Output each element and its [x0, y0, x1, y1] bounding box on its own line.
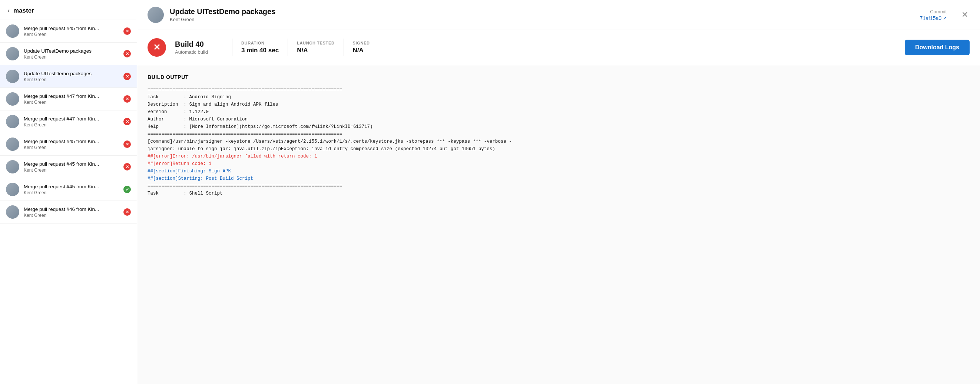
- avatar: [6, 115, 19, 128]
- output-line: Description : Sign and align Android APK…: [148, 102, 278, 107]
- main-panel: Update UITestDemo packages Kent Green Co…: [137, 0, 980, 384]
- sidebar-item-author: Kent Green: [24, 54, 119, 60]
- duration-value: 3 min 40 sec: [241, 47, 279, 54]
- build-fail-icon: ✕: [148, 38, 166, 57]
- avatar: [6, 206, 19, 219]
- sidebar-item-title: Update UITestDemo packages: [24, 71, 119, 76]
- sidebar-item-author: Kent Green: [24, 167, 119, 173]
- output-line: Version : 1.122.0: [148, 109, 209, 115]
- signed-label: SIGNED: [353, 41, 390, 45]
- signed-value: N/A: [353, 47, 390, 54]
- sidebar-item-title: Merge pull request #47 from Kin...: [24, 93, 119, 99]
- sidebar-item-title: Merge pull request #45 from Kin...: [24, 161, 119, 167]
- duration-stat: DURATION 3 min 40 sec: [241, 41, 279, 54]
- sidebar-item-author: Kent Green: [24, 122, 119, 127]
- sidebar-title: master: [13, 7, 34, 14]
- sidebar-item[interactable]: Merge pull request #46 from Kin...Kent G…: [0, 201, 137, 223]
- status-icon: ✕: [123, 95, 131, 103]
- output-line: Help : [More Information](https://go.mic…: [148, 124, 373, 129]
- sidebar-item[interactable]: Merge pull request #47 from Kin...Kent G…: [0, 88, 137, 110]
- back-button[interactable]: ‹: [7, 7, 10, 14]
- sidebar-item[interactable]: Merge pull request #45 from Kin...Kent G…: [0, 133, 137, 156]
- sidebar-item[interactable]: Merge pull request #45 from Kin...Kent G…: [0, 156, 137, 178]
- close-button[interactable]: ✕: [960, 10, 970, 20]
- sidebar-item[interactable]: Update UITestDemo packagesKent Green✕: [0, 65, 137, 88]
- sidebar-item[interactable]: Merge pull request #45 from Kin...Kent G…: [0, 20, 137, 43]
- output-line: ##[error]Error: /usr/bin/jarsigner faile…: [148, 154, 317, 159]
- avatar: [6, 160, 19, 174]
- output-line: Task : Android Signing: [148, 94, 231, 100]
- sidebar-item-author: Kent Green: [24, 77, 119, 82]
- commit-label: Commit: [920, 9, 947, 14]
- avatar: [148, 7, 164, 23]
- status-icon: ✕: [123, 208, 131, 216]
- status-icon: ✕: [123, 140, 131, 148]
- output-line: Author : Microsoft Corporation: [148, 117, 248, 122]
- launch-tested-stat: LAUNCH TESTED N/A: [297, 41, 334, 54]
- status-icon: ✕: [123, 27, 131, 35]
- commit-id[interactable]: 71af15a0 ↗: [920, 15, 947, 21]
- sidebar-item-author: Kent Green: [24, 190, 119, 195]
- sidebar-item-title: Merge pull request #46 from Kin...: [24, 206, 119, 212]
- status-icon: ✕: [123, 118, 131, 125]
- output-line: ========================================…: [148, 87, 342, 92]
- sidebar-item[interactable]: Update UITestDemo packagesKent Green✕: [0, 43, 137, 65]
- sidebar-item[interactable]: Merge pull request #45 from Kin...Kent G…: [0, 178, 137, 201]
- sidebar: ‹ master Merge pull request #45 from Kin…: [0, 0, 137, 384]
- output-line: jarsigner: unable to sign jar: java.util…: [148, 147, 495, 151]
- build-name: Build 40: [175, 40, 223, 49]
- sidebar-item-author: Kent Green: [24, 145, 119, 150]
- divider-3: [344, 38, 344, 56]
- sidebar-item-title: Merge pull request #45 from Kin...: [24, 25, 119, 31]
- sidebar-header[interactable]: ‹ master: [0, 0, 137, 20]
- output-line: [command]/usr/bin/jarsigner -keystore /U…: [148, 139, 512, 144]
- sidebar-item[interactable]: Merge pull request #47 from Kin...Kent G…: [0, 110, 137, 133]
- detail-author: Kent Green: [170, 17, 914, 22]
- sidebar-item-title: Merge pull request #45 from Kin...: [24, 184, 119, 190]
- output-line: ========================================…: [148, 132, 342, 137]
- launch-tested-label: LAUNCH TESTED: [297, 41, 334, 45]
- sidebar-item-author: Kent Green: [24, 100, 119, 105]
- build-bar: ✕ Build 40 Automatic build DURATION 3 mi…: [137, 30, 980, 65]
- status-icon: ✓: [123, 186, 131, 193]
- status-icon: ✕: [123, 73, 131, 80]
- build-output-title: BUILD OUTPUT: [148, 74, 970, 80]
- avatar: [6, 70, 19, 83]
- commit-info: Commit 71af15a0 ↗: [920, 9, 947, 21]
- duration-label: DURATION: [241, 41, 279, 45]
- sidebar-item-title: Update UITestDemo packages: [24, 48, 119, 54]
- detail-header-text: Update UITestDemo packages Kent Green: [170, 7, 914, 22]
- status-icon: ✕: [123, 50, 131, 57]
- launch-tested-value: N/A: [297, 47, 334, 54]
- avatar: [6, 183, 19, 196]
- sidebar-item-title: Merge pull request #47 from Kin...: [24, 116, 119, 121]
- output-line: ##[section]Finishing: Sign APK: [148, 169, 231, 174]
- divider-1: [232, 38, 232, 56]
- status-icon: ✕: [123, 163, 131, 170]
- build-name-col: Build 40 Automatic build: [175, 40, 223, 55]
- sidebar-item-title: Merge pull request #45 from Kin...: [24, 139, 119, 144]
- detail-header: Update UITestDemo packages Kent Green Co…: [137, 0, 980, 30]
- build-sub: Automatic build: [175, 49, 223, 55]
- signed-stat: SIGNED N/A: [353, 41, 390, 54]
- fail-x-icon: ✕: [153, 43, 161, 52]
- avatar: [6, 92, 19, 106]
- avatar: [6, 47, 19, 61]
- output-line: ##[error]Return code: 1: [148, 161, 212, 166]
- output-line: ========================================…: [148, 183, 342, 189]
- sidebar-item-author: Kent Green: [24, 32, 119, 37]
- avatar: [6, 137, 19, 151]
- download-logs-button[interactable]: Download Logs: [905, 40, 970, 55]
- avatar: [6, 24, 19, 38]
- output-line: Task : Shell Script: [148, 191, 223, 196]
- sidebar-item-author: Kent Green: [24, 213, 119, 218]
- build-output-pre: ========================================…: [148, 86, 970, 197]
- divider-2: [288, 38, 288, 56]
- output-line: ##[section]Starting: Post Build Script: [148, 176, 253, 181]
- external-link-icon: ↗: [943, 16, 947, 21]
- sidebar-items-list: Merge pull request #45 from Kin...Kent G…: [0, 20, 137, 223]
- build-output-section: BUILD OUTPUT ===========================…: [137, 65, 980, 384]
- detail-title: Update UITestDemo packages: [170, 7, 914, 16]
